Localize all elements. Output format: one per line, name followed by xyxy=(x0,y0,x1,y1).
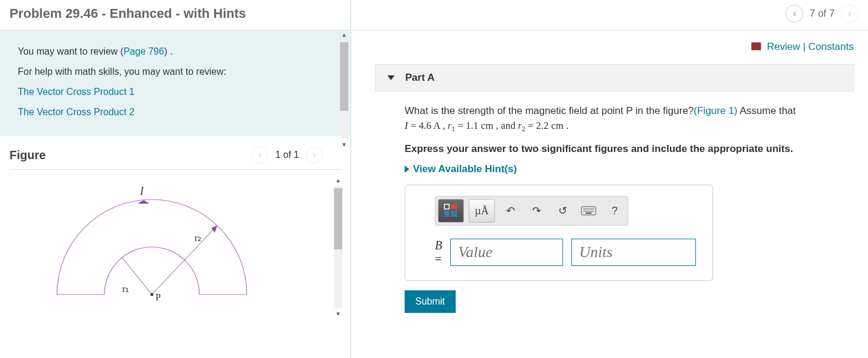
scroll-up-icon[interactable]: ▲ xyxy=(334,176,342,185)
hints-panel: You may want to review (Page 796) . For … xyxy=(0,30,350,136)
figure-image: I r₁ r₂ P xyxy=(9,170,341,327)
answer-box: µÅ ↶ ↷ ↺ ? B = xyxy=(405,185,713,281)
page-link[interactable]: Page 796 xyxy=(123,46,164,56)
book-icon xyxy=(751,42,762,53)
question-text: What is the strength of the magnetic fie… xyxy=(405,103,850,135)
svg-marker-4 xyxy=(211,226,217,233)
equation-toolbar: µÅ ↶ ↷ ↺ ? xyxy=(435,196,628,226)
problem-title: Problem 29.46 - Enhanced - with Hints xyxy=(9,6,786,21)
problem-position: 7 of 7 xyxy=(809,8,835,20)
submit-button[interactable]: Submit xyxy=(405,290,456,313)
figure-ref-link[interactable]: (Figure 1) xyxy=(694,105,737,116)
variable-label: B = xyxy=(435,239,442,266)
part-a-title: Part A xyxy=(405,72,434,84)
units-button[interactable]: µÅ xyxy=(469,199,495,223)
constants-link[interactable]: Constants xyxy=(808,41,854,52)
value-input[interactable] xyxy=(450,239,563,266)
expand-icon xyxy=(405,166,409,173)
label-P: P xyxy=(155,292,161,302)
review-link[interactable]: Review xyxy=(767,41,800,52)
help-button[interactable]: ? xyxy=(604,199,625,223)
figure-next-button[interactable]: › xyxy=(306,147,323,163)
svg-line-3 xyxy=(152,226,217,294)
scroll-up-icon[interactable]: ▲ xyxy=(340,30,348,39)
view-hints-link[interactable]: View Available Hint(s) xyxy=(405,163,850,175)
math-help-text: For help with math skills, you may want … xyxy=(18,65,332,79)
svg-rect-10 xyxy=(451,204,457,209)
figure-scrollbar[interactable]: ▲ ▼ xyxy=(332,176,344,318)
label-I: I xyxy=(139,185,144,197)
cross-product-link-2[interactable]: The Vector Cross Product 2 xyxy=(18,107,135,117)
svg-point-6 xyxy=(151,293,154,296)
scroll-down-icon[interactable]: ▼ xyxy=(334,309,342,318)
label-r1: r₁ xyxy=(122,284,129,294)
figure-prev-button[interactable]: ‹ xyxy=(252,147,268,163)
svg-rect-8 xyxy=(756,43,761,50)
templates-button[interactable] xyxy=(438,199,464,223)
cross-product-link-1[interactable]: The Vector Cross Product 1 xyxy=(18,87,135,97)
redo-button[interactable]: ↷ xyxy=(526,199,547,223)
keyboard-button[interactable] xyxy=(578,199,599,223)
reset-button[interactable]: ↺ xyxy=(552,199,573,223)
prev-problem-button[interactable]: ‹ xyxy=(786,5,803,23)
svg-rect-12 xyxy=(451,211,457,217)
units-input[interactable] xyxy=(571,239,696,266)
svg-rect-9 xyxy=(444,204,449,209)
pane-divider[interactable] xyxy=(350,0,351,327)
next-problem-button[interactable]: › xyxy=(841,5,859,23)
svg-rect-11 xyxy=(444,211,449,217)
collapse-icon xyxy=(387,75,395,80)
svg-rect-7 xyxy=(752,43,756,50)
review-text: You may want to review ( xyxy=(18,46,123,56)
hints-scrollbar[interactable]: ▲ ▼ xyxy=(338,30,350,149)
undo-button[interactable]: ↶ xyxy=(500,199,521,223)
answer-instruction: Express your answer to two significant f… xyxy=(405,143,850,155)
figure-title: Figure xyxy=(9,148,252,162)
part-a-header[interactable]: Part A xyxy=(375,64,854,91)
figure-position: 1 of 1 xyxy=(275,150,299,160)
label-r2: r₂ xyxy=(195,233,201,243)
